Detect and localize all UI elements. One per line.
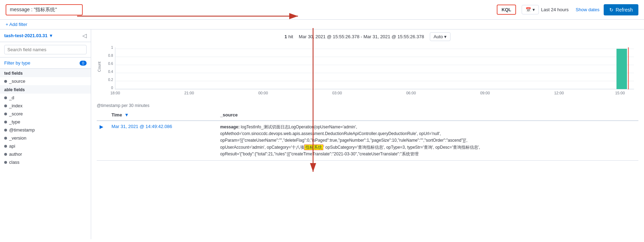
field-item-version[interactable]: _version — [0, 134, 91, 142]
add-filter-button[interactable]: + Add filter — [6, 22, 27, 27]
svg-text:03:00: 03:00 — [332, 91, 342, 95]
filter-badge: 0 — [80, 61, 87, 66]
expand-row-button[interactable]: ▶ — [98, 124, 105, 129]
field-item-score[interactable]: _score — [0, 110, 91, 118]
top-bar: KQL 📅 ▾ Last 24 hours Show dates ↻ Refre… — [0, 0, 644, 20]
sidebar: tash-test-2021.03.31 ▾ ◁ Filter by type … — [0, 29, 91, 239]
highlight-indicator: 指标系统 — [304, 144, 323, 150]
field-item-source[interactable]: _source — [0, 77, 91, 85]
field-dot — [4, 145, 7, 148]
sidebar-collapse-button[interactable]: ◁ — [82, 32, 87, 39]
svg-text:0.8: 0.8 — [108, 54, 113, 58]
svg-text:06:00: 06:00 — [406, 91, 416, 95]
arrow-spacer — [87, 3, 493, 17]
source-line-3: opParam='[{"createUserName":"","deleteFl… — [220, 137, 634, 144]
field-name-author: author — [9, 152, 22, 157]
index-name[interactable]: tash-test-2021.03.31 — [4, 33, 48, 38]
field-dot — [4, 121, 7, 123]
field-dot — [4, 105, 7, 107]
calendar-icon: 📅 — [526, 7, 531, 12]
date-range-wrapper: 📅 ▾ Last 24 hours — [522, 5, 569, 14]
hits-count: 1 hit — [285, 34, 293, 39]
source-line-4: opUserAccount='admin', opCategory='十八项指标… — [220, 144, 634, 151]
selected-fields-header: ted fields — [0, 69, 91, 77]
row-source: message: logTestInfo_测试切面日志LogOperation{… — [216, 121, 638, 160]
refresh-button[interactable]: ↻ Refresh — [604, 4, 638, 15]
source-line-2: opMethod='com.sinoccdc.devops.web.apis.a… — [220, 130, 634, 137]
chevron-down-icon: ▾ — [533, 7, 535, 12]
svg-text:1: 1 — [111, 46, 113, 49]
source-line-1: message: logTestInfo_测试切面日志LogOperation{… — [220, 124, 634, 130]
svg-text:00:00: 00:00 — [258, 91, 268, 95]
field-name-version: _version — [9, 135, 26, 141]
field-dot — [4, 153, 7, 156]
svg-text:21:00: 21:00 — [184, 91, 194, 95]
field-dot — [4, 137, 7, 140]
svg-rect-23 — [617, 49, 627, 89]
svg-text:Count: Count — [97, 62, 101, 72]
svg-text:12:00: 12:00 — [554, 91, 564, 95]
time-col-header[interactable]: Time ▼ — [107, 109, 216, 121]
field-name-type: _type — [9, 119, 20, 125]
histogram-chart: Count 1 0.8 0.6 0.4 0.2 0 18:00 — [97, 44, 638, 100]
main-layout: tash-test-2021.03.31 ▾ ◁ Filter by type … — [0, 29, 644, 239]
field-dot — [4, 129, 7, 132]
source-col-header: _source — [216, 109, 638, 121]
table-row: ▶ Mar 31, 2021 @ 14:49:42.086 message: l… — [97, 121, 638, 160]
field-item-index[interactable]: _index — [0, 102, 91, 110]
field-dot — [4, 80, 7, 83]
date-range-text: Last 24 hours — [541, 7, 569, 12]
field-dot — [4, 113, 7, 115]
svg-text:15:00: 15:00 — [615, 91, 625, 95]
search-field-names-wrapper — [0, 42, 91, 58]
field-item-timestamp[interactable]: @timestamp — [0, 126, 91, 134]
filter-bar: + Add filter — [0, 20, 644, 29]
svg-text:0.2: 0.2 — [108, 78, 113, 82]
chart-timestamp-label: @timestamp per 30 minutes — [91, 102, 644, 109]
svg-text:09:00: 09:00 — [480, 91, 490, 95]
svg-text:0.6: 0.6 — [108, 62, 113, 66]
field-item-api[interactable]: api — [0, 142, 91, 150]
available-fields-header: able fields — [0, 85, 91, 94]
field-name-class: class — [9, 160, 20, 165]
filter-by-type[interactable]: Filter by type 0 — [0, 58, 91, 69]
refresh-icon: ↻ — [609, 7, 614, 13]
field-name-score: _score — [9, 111, 23, 116]
svg-text:18:00: 18:00 — [110, 91, 120, 95]
kql-button[interactable]: KQL — [497, 5, 516, 15]
field-dot — [4, 96, 7, 99]
filter-by-type-label: Filter by type — [4, 60, 30, 66]
field-name-api: api — [9, 143, 15, 149]
chart-area: Count 1 0.8 0.6 0.4 0.2 0 18:00 — [91, 44, 644, 102]
index-chevron[interactable]: ▾ — [50, 33, 52, 38]
field-name-timestamp: @timestamp — [9, 127, 35, 133]
svg-text:0.4: 0.4 — [108, 70, 113, 74]
show-dates-button[interactable]: Show dates — [576, 7, 599, 12]
field-name-source: _source — [9, 79, 25, 84]
row-time[interactable]: Mar 31, 2021 @ 14:49:42.086 — [107, 121, 216, 160]
index-selector: tash-test-2021.03.31 ▾ ◁ — [0, 29, 91, 42]
expand-col-header — [97, 109, 107, 121]
field-name-index: _index — [9, 103, 22, 108]
field-name-d: _d — [9, 95, 14, 100]
hits-range: Mar 30, 2021 @ 15:55:26.378 - Mar 31, 20… — [299, 34, 424, 39]
hits-bar: 1 hit Mar 30, 2021 @ 15:55:26.378 - Mar … — [91, 29, 644, 44]
query-input[interactable] — [10, 7, 73, 13]
field-dot — [4, 161, 7, 164]
field-item-class[interactable]: class — [0, 158, 91, 166]
content-area: 1 hit Mar 30, 2021 @ 15:55:26.378 - Mar … — [91, 29, 644, 239]
field-item-type[interactable]: _type — [0, 118, 91, 126]
source-line-5: opResult='{"body":{"total":21,"rules":[{… — [220, 151, 634, 157]
svg-text:0: 0 — [111, 86, 113, 90]
calendar-button[interactable]: 📅 ▾ — [522, 5, 539, 14]
chevron-down-icon: ▾ — [444, 34, 447, 39]
auto-select[interactable]: Auto ▾ — [430, 32, 451, 41]
sort-icon: ▼ — [124, 112, 129, 117]
query-input-wrapper — [6, 4, 83, 15]
field-item-author[interactable]: author — [0, 150, 91, 158]
results-table: Time ▼ _source ▶ Mar 31, 2021 @ 14:49:42… — [91, 109, 644, 239]
search-field-names-input[interactable] — [4, 45, 87, 54]
field-item-d[interactable]: _d — [0, 94, 91, 102]
